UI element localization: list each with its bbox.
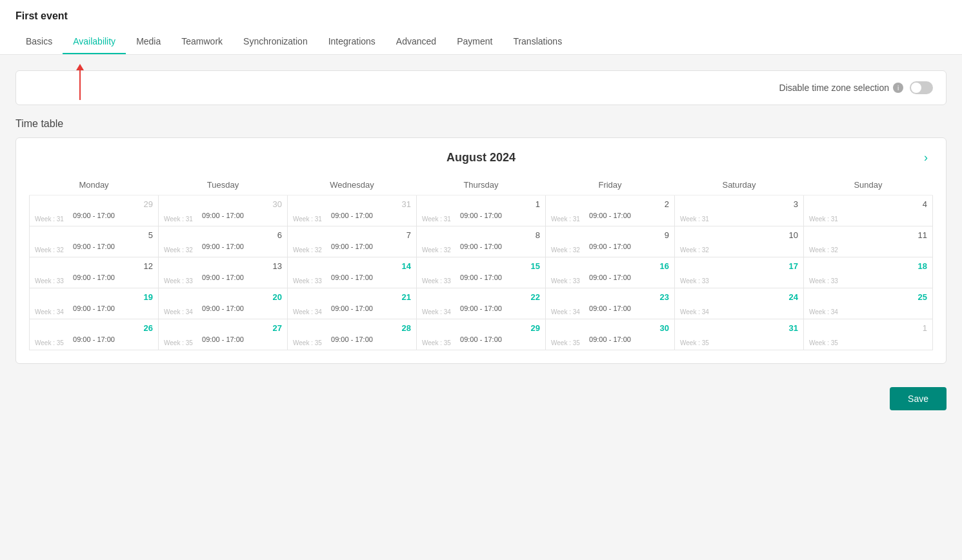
page-header: First event BasicsAvailabilityMediaTeamw… <box>0 0 962 55</box>
calendar-cell[interactable]: 2909:00 - 17:00Week : 31 <box>30 195 159 226</box>
nav-tab-media[interactable]: Media <box>126 30 171 54</box>
week-label: Week : 31 <box>422 215 451 223</box>
nav-tab-teamwork[interactable]: Teamwork <box>171 30 233 54</box>
day-number: 30 <box>164 199 282 209</box>
calendar-cell[interactable]: 609:00 - 17:00Week : 32 <box>159 226 288 257</box>
nav-tab-basics[interactable]: Basics <box>15 30 63 54</box>
main-content: Disable time zone selection i Time table… <box>0 55 962 379</box>
calendar-cell[interactable]: 1309:00 - 17:00Week : 33 <box>159 257 288 288</box>
weekday-header: Saturday <box>675 175 804 195</box>
day-number: 3 <box>680 199 798 209</box>
calendar-cell[interactable]: 2009:00 - 17:00Week : 34 <box>159 288 288 319</box>
day-number: 25 <box>809 292 927 302</box>
calendar-cell[interactable]: 17Week : 33 <box>675 257 804 288</box>
calendar-week-row: 1909:00 - 17:00Week : 342009:00 - 17:00W… <box>30 288 933 319</box>
day-number: 29 <box>422 323 540 333</box>
calendar-cell[interactable]: 1909:00 - 17:00Week : 34 <box>30 288 159 319</box>
calendar-cell[interactable]: 109:00 - 17:00Week : 31 <box>417 195 546 226</box>
calendar-cell[interactable]: 25Week : 34 <box>804 288 933 319</box>
calendar-card: August 2024 › MondayTuesdayWednesdayThur… <box>15 137 947 364</box>
calendar-cell[interactable]: 3Week : 31 <box>675 195 804 226</box>
calendar-cell[interactable]: 2309:00 - 17:00Week : 34 <box>546 288 675 319</box>
week-label: Week : 34 <box>809 308 838 315</box>
calendar-cell[interactable]: 809:00 - 17:00Week : 32 <box>417 226 546 257</box>
week-label: Week : 35 <box>293 339 322 346</box>
calendar-cell[interactable]: 31Week : 35 <box>675 319 804 350</box>
calendar-month-title: August 2024 <box>446 151 516 165</box>
calendar-cell[interactable]: 1609:00 - 17:00Week : 33 <box>546 257 675 288</box>
day-number: 29 <box>35 199 153 209</box>
day-number: 23 <box>551 292 669 302</box>
timetable-section-title: Time table <box>15 118 947 130</box>
week-label: Week : 35 <box>551 339 580 346</box>
calendar-cell[interactable]: 209:00 - 17:00Week : 31 <box>546 195 675 226</box>
calendar-cell[interactable]: 3009:00 - 17:00Week : 31 <box>159 195 288 226</box>
week-label: Week : 35 <box>680 339 709 346</box>
arrow-indicator <box>76 64 84 100</box>
weekday-header: Thursday <box>417 175 546 195</box>
nav-tab-advanced[interactable]: Advanced <box>386 30 446 54</box>
nav-tab-synchronization[interactable]: Synchronization <box>233 30 318 54</box>
day-number: 4 <box>809 199 927 209</box>
week-label: Week : 32 <box>293 246 322 254</box>
nav-tab-availability[interactable]: Availability <box>63 30 126 54</box>
calendar-cell[interactable]: 3009:00 - 17:00Week : 35 <box>546 319 675 350</box>
calendar-cell[interactable]: 1209:00 - 17:00Week : 33 <box>30 257 159 288</box>
calendar-cell[interactable]: 3109:00 - 17:00Week : 31 <box>288 195 417 226</box>
day-number: 2 <box>551 199 669 209</box>
day-number: 28 <box>293 323 411 333</box>
week-label: Week : 35 <box>809 339 838 346</box>
calendar-cell[interactable]: 2809:00 - 17:00Week : 35 <box>288 319 417 350</box>
week-label: Week : 34 <box>422 308 451 315</box>
calendar-cell[interactable]: 2209:00 - 17:00Week : 34 <box>417 288 546 319</box>
weekday-header: Monday <box>30 175 159 195</box>
timezone-toggle[interactable] <box>910 81 933 94</box>
timezone-info-icon[interactable]: i <box>893 83 903 93</box>
calendar-cell[interactable]: 2609:00 - 17:00Week : 35 <box>30 319 159 350</box>
week-label: Week : 34 <box>164 308 193 315</box>
calendar-cell[interactable]: 10Week : 32 <box>675 226 804 257</box>
week-label: Week : 32 <box>680 246 709 254</box>
save-button[interactable]: Save <box>890 387 947 410</box>
day-number: 17 <box>680 261 798 271</box>
timezone-card: Disable time zone selection i <box>15 70 947 105</box>
calendar-next-button[interactable]: › <box>919 148 933 167</box>
week-label: Week : 33 <box>680 277 709 285</box>
day-number: 13 <box>164 261 282 271</box>
calendar-week-row: 2909:00 - 17:00Week : 313009:00 - 17:00W… <box>30 195 933 226</box>
day-number: 22 <box>422 292 540 302</box>
week-label: Week : 33 <box>35 277 64 285</box>
nav-tab-payment[interactable]: Payment <box>446 30 503 54</box>
calendar-cell[interactable]: 709:00 - 17:00Week : 32 <box>288 226 417 257</box>
week-label: Week : 31 <box>809 215 838 223</box>
calendar-cell[interactable]: 909:00 - 17:00Week : 32 <box>546 226 675 257</box>
week-label: Week : 31 <box>164 215 193 223</box>
nav-tab-integrations[interactable]: Integrations <box>318 30 386 54</box>
week-label: Week : 35 <box>422 339 451 346</box>
day-number: 5 <box>35 230 153 240</box>
week-label: Week : 34 <box>551 308 580 315</box>
day-number: 7 <box>293 230 411 240</box>
calendar-cell[interactable]: 4Week : 31 <box>804 195 933 226</box>
calendar-cell[interactable]: 2909:00 - 17:00Week : 35 <box>417 319 546 350</box>
week-label: Week : 31 <box>680 215 709 223</box>
calendar-cell[interactable]: 1Week : 35 <box>804 319 933 350</box>
calendar-cell[interactable]: 509:00 - 17:00Week : 32 <box>30 226 159 257</box>
day-number: 21 <box>293 292 411 302</box>
calendar-cell[interactable]: 2109:00 - 17:00Week : 34 <box>288 288 417 319</box>
day-number: 27 <box>164 323 282 333</box>
week-label: Week : 32 <box>809 246 838 254</box>
nav-tab-translations[interactable]: Translations <box>503 30 572 54</box>
calendar-cell[interactable]: 18Week : 33 <box>804 257 933 288</box>
calendar-cell[interactable]: 2709:00 - 17:00Week : 35 <box>159 319 288 350</box>
calendar-cell[interactable]: 1509:00 - 17:00Week : 33 <box>417 257 546 288</box>
day-number: 14 <box>293 261 411 271</box>
week-label: Week : 33 <box>422 277 451 285</box>
calendar-cell[interactable]: 24Week : 34 <box>675 288 804 319</box>
week-label: Week : 34 <box>35 308 64 315</box>
day-number: 31 <box>680 323 798 333</box>
weekday-header: Wednesday <box>288 175 417 195</box>
day-number: 18 <box>809 261 927 271</box>
calendar-cell[interactable]: 1409:00 - 17:00Week : 33 <box>288 257 417 288</box>
calendar-cell[interactable]: 11Week : 32 <box>804 226 933 257</box>
